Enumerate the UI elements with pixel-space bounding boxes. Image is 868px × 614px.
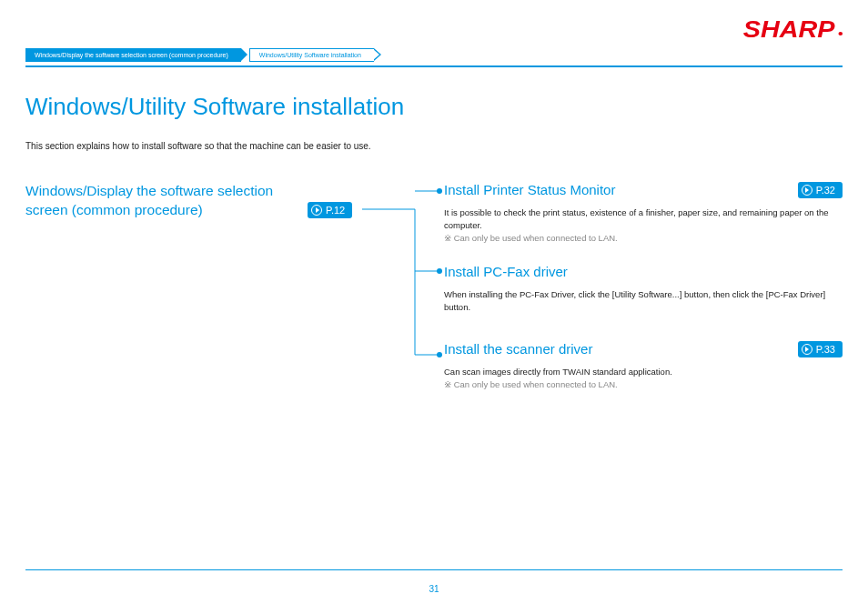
divider-top [25,65,843,67]
section-desc: It is possible to check the print status… [444,206,843,232]
page-link-p33[interactable]: P.33 [798,341,843,357]
play-icon [802,344,812,355]
connector-lines [362,182,444,364]
section-scanner: Install the scanner driver P.33 Can scan… [444,341,843,391]
intro-text: This section explains how to install sof… [25,141,843,151]
svg-point-1 [437,188,442,194]
section-pcfax: Install PC-Fax driver When installing th… [444,264,843,314]
page-number: 31 [0,584,868,594]
section-heading: Install PC-Fax driver [444,264,843,279]
breadcrumb-label: Windows/Utility Software installation [259,52,361,58]
breadcrumb: Windows/Display the software selection s… [25,48,843,62]
page-title: Windows/Utility Software installation [25,93,843,121]
section-desc: When installing the PC-Fax Driver, click… [444,288,843,314]
svg-point-3 [437,268,442,274]
play-icon [311,205,322,216]
page-link-p12[interactable]: P.12 [308,202,352,218]
play-icon [802,185,812,196]
left-section-heading: Windows/Display the software selection s… [25,182,308,220]
page-link-label: P.12 [326,205,345,216]
page-link-p32[interactable]: P.32 [798,182,843,198]
page-link-label: P.32 [816,185,835,196]
page-link-label: P.33 [816,344,835,355]
breadcrumb-label: Windows/Display the software selection s… [35,52,228,58]
section-note: ※ Can only be used when connected to LAN… [444,378,843,391]
section-note: ※ Can only be used when connected to LAN… [444,232,843,245]
section-heading: Install the scanner driver [444,341,843,357]
breadcrumb-item-2[interactable]: Windows/Utility Software installation [250,48,374,62]
breadcrumb-item-1[interactable]: Windows/Display the software selection s… [25,48,241,62]
divider-bottom [25,569,843,570]
section-desc: Can scan images directly from TWAIN stan… [444,366,843,378]
section-printer-status: Install Printer Status Monitor P.32 It i… [444,182,843,244]
section-heading: Install Printer Status Monitor [444,182,843,197]
svg-point-5 [437,352,442,357]
brand-logo: SHARP [743,16,843,43]
